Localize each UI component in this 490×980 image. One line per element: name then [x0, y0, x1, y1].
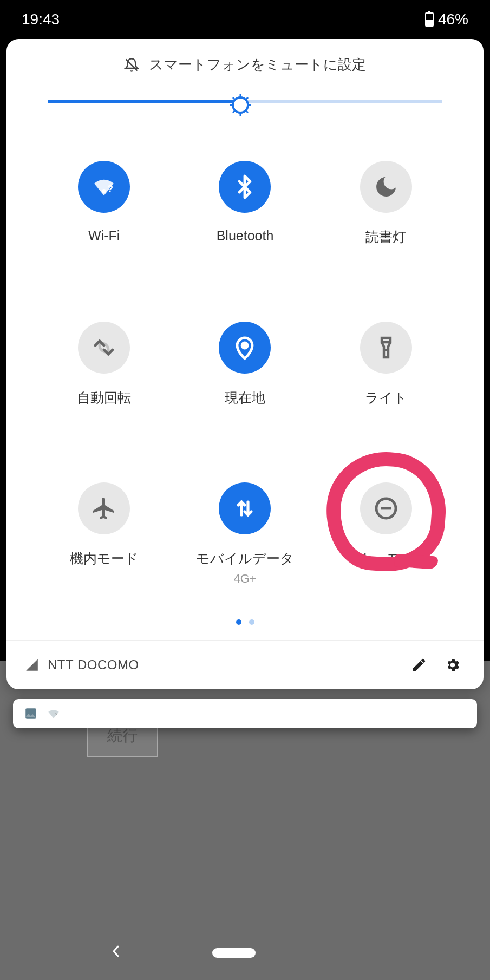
- tile-label: Bluetooth: [217, 228, 274, 244]
- brightness-icon: [228, 93, 252, 117]
- tile-bluetooth: Bluetooth: [174, 161, 315, 246]
- moon-icon: [373, 174, 399, 200]
- wifi-question-icon: ?: [91, 174, 117, 200]
- readinglight-toggle[interactable]: [360, 161, 412, 213]
- status-battery: 46%: [438, 11, 468, 28]
- bluetooth-toggle[interactable]: [219, 161, 271, 213]
- carrier-label: NTT DOCOMO: [48, 657, 398, 672]
- panel-header[interactable]: スマートフォンをミュートに設定: [6, 39, 484, 85]
- page-dot: [249, 619, 254, 625]
- wifi-weak-icon: ?: [47, 707, 61, 721]
- tile-label: Wi-Fi: [88, 228, 120, 244]
- page-indicator: [6, 602, 484, 640]
- wifi-toggle[interactable]: ?: [78, 161, 130, 213]
- svg-text:?: ?: [107, 184, 113, 194]
- tile-label: 現在地: [225, 389, 265, 407]
- tile-dnd: マナーモード: [316, 482, 456, 586]
- svg-rect-12: [382, 338, 390, 342]
- bluetooth-icon: [232, 174, 258, 200]
- settings-button[interactable]: [440, 652, 465, 677]
- home-pill[interactable]: [212, 948, 256, 958]
- location-toggle[interactable]: [219, 322, 271, 374]
- tile-autorotate: 自動回転: [34, 322, 174, 407]
- airplane-toggle[interactable]: [78, 482, 130, 534]
- tile-airplane: 機内モード: [34, 482, 174, 586]
- tile-label: ライト: [365, 389, 407, 407]
- flashlight-icon: [373, 335, 399, 361]
- brightness-slider[interactable]: [6, 85, 484, 125]
- edit-button[interactable]: [407, 652, 432, 677]
- battery-icon: [425, 12, 434, 27]
- tile-label: 自動回転: [77, 389, 131, 407]
- svg-point-1: [233, 97, 248, 113]
- image-icon: [24, 707, 38, 721]
- quick-settings-panel: スマートフォンをミュートに設定 ? Wi-Fi: [6, 39, 484, 689]
- back-button[interactable]: [110, 943, 121, 963]
- do-not-disturb-icon: [373, 495, 399, 521]
- mobiledata-toggle[interactable]: [219, 482, 271, 534]
- pencil-icon: [411, 657, 427, 673]
- tile-readinglight: 読書灯: [316, 161, 456, 246]
- svg-line-8: [233, 110, 235, 113]
- tiles-grid: ? Wi-Fi Bluetooth 読書灯: [6, 125, 484, 602]
- page-dot-active: [236, 619, 241, 625]
- notification-peek[interactable]: ?: [13, 699, 477, 728]
- svg-point-11: [242, 343, 247, 348]
- svg-line-7: [246, 110, 248, 113]
- tile-label: モバイルデータ: [196, 550, 294, 567]
- location-pin-icon: [232, 335, 258, 361]
- tile-mobiledata: モバイルデータ 4G+: [174, 482, 315, 586]
- tile-label: マナーモード: [344, 550, 428, 567]
- gear-icon: [445, 657, 461, 673]
- panel-title: スマートフォンをミュートに設定: [149, 55, 366, 74]
- tile-sublabel: 4G+: [233, 572, 256, 586]
- svg-line-6: [233, 97, 235, 100]
- svg-line-9: [246, 97, 248, 100]
- status-bar: 19:43 46%: [0, 0, 490, 39]
- bell-off-icon: [124, 57, 139, 73]
- panel-footer: NTT DOCOMO: [6, 640, 484, 689]
- tile-label: 読書灯: [365, 228, 406, 246]
- status-time: 19:43: [22, 11, 60, 28]
- svg-text:?: ?: [55, 711, 57, 717]
- rotate-icon: [91, 335, 117, 361]
- cellular-signal-icon: [25, 658, 39, 672]
- tile-location: 現在地: [174, 322, 315, 407]
- airplane-icon: [91, 495, 117, 521]
- flashlight-toggle[interactable]: [360, 322, 412, 374]
- tile-label: 機内モード: [70, 550, 139, 567]
- tile-flashlight: ライト: [316, 322, 456, 407]
- dnd-toggle[interactable]: [360, 482, 412, 534]
- tile-wifi: ? Wi-Fi: [34, 161, 174, 246]
- navigation-bar: [0, 926, 490, 980]
- data-arrows-icon: [232, 495, 258, 521]
- autorotate-toggle[interactable]: [78, 322, 130, 374]
